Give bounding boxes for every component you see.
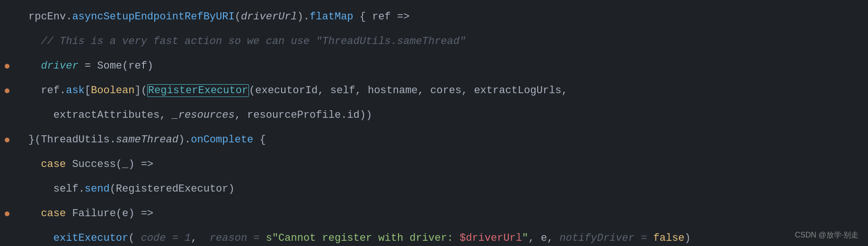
token: cores: [430, 85, 461, 97]
token: asyncSetupEndpointRefByURI: [72, 11, 234, 23]
code-line: rpcEnv.asyncSetupEndpointRefByURI(driver…: [0, 5, 868, 29]
token: s"Cannot register with driver:: [266, 232, 460, 244]
token: ref: [372, 11, 391, 23]
gutter: [0, 88, 14, 93]
code-text: rpcEnv.asyncSetupEndpointRefByURI(driver…: [14, 6, 409, 28]
token: id: [347, 109, 359, 121]
token: self: [53, 183, 79, 195]
code-line: ref.ask[Boolean](RegisterExecutor(execut…: [0, 79, 868, 103]
token: =: [247, 232, 266, 244]
token: ): [684, 232, 691, 244]
code-text: ref.ask[Boolean](RegisterExecutor(execut…: [14, 79, 567, 102]
token: (: [35, 134, 41, 146]
token: _resources: [172, 109, 235, 121]
token: driver: [41, 60, 78, 72]
token: RegisteredExecutor: [116, 183, 229, 195]
code-text: }(ThreadUtils.sameThread).onComplete {: [14, 129, 266, 151]
token: extractLogUrls: [474, 85, 561, 97]
token: [28, 60, 41, 72]
token: sameThread: [116, 134, 178, 146]
code-line: exitExecutor( code = 1, reason = s"Canno…: [0, 226, 868, 246]
token: ](: [134, 85, 147, 97]
token: [: [85, 85, 91, 97]
breakpoint-dot: [5, 211, 9, 216]
token: (: [128, 232, 141, 244]
token: [28, 208, 41, 220]
token: flatMap: [310, 11, 353, 23]
token: ask: [66, 85, 85, 97]
code-text: exitExecutor( code = 1, reason = s"Canno…: [14, 227, 691, 246]
token: reason: [210, 232, 247, 244]
token: ,: [418, 85, 430, 97]
code-text: extractAttributes, _resources, resourceP…: [14, 104, 372, 127]
token: executorId: [255, 85, 318, 97]
code-text: case Success(_) =>: [14, 153, 153, 176]
token: (: [110, 183, 116, 195]
token: (: [235, 11, 241, 23]
token: .: [341, 109, 347, 121]
token: self: [330, 85, 355, 97]
token: extractAttributes: [28, 109, 159, 121]
code-text: driver = Some(ref): [14, 55, 153, 78]
token: rpcEnv: [28, 11, 66, 23]
token: // This is a very fast action so we can …: [28, 35, 466, 47]
code-line: case Success(_) =>: [0, 152, 868, 177]
token: exitExecutor: [53, 232, 128, 244]
token: }: [28, 134, 35, 146]
token: Boolean: [91, 85, 134, 97]
code-text: self.send(RegisteredExecutor): [14, 178, 235, 201]
token: Some: [97, 60, 122, 72]
token: notifyDriver: [559, 232, 634, 244]
breakpoint-dot: [5, 64, 9, 69]
breakpoint-dot: [5, 138, 9, 142]
token: ).: [178, 134, 191, 146]
token: [66, 208, 72, 220]
token: =: [635, 232, 654, 244]
token: ,: [191, 232, 210, 244]
token: false: [653, 232, 684, 244]
token: (_) =>: [116, 158, 153, 170]
token: ref: [128, 60, 147, 72]
token: Success: [72, 158, 115, 170]
token: $driverUrl: [460, 232, 522, 244]
code-line: self.send(RegisteredExecutor): [0, 177, 868, 202]
gutter: [0, 138, 14, 142]
code-line: }(ThreadUtils.sameThread).onComplete {: [0, 128, 868, 152]
token: driverUrl: [241, 11, 297, 23]
token: case: [41, 158, 66, 170]
token: {: [253, 134, 266, 146]
token: .: [79, 183, 85, 195]
token: ,: [159, 109, 172, 121]
token: ).: [297, 11, 310, 23]
token: resourceProfile: [247, 109, 341, 121]
token: )): [360, 109, 372, 121]
token: 1: [185, 232, 191, 244]
token: ref: [41, 85, 60, 97]
token: (: [122, 60, 128, 72]
token: ,: [561, 85, 567, 97]
code-line: // This is a very fast action so we can …: [0, 29, 868, 54]
token: ,: [547, 232, 559, 244]
token: .: [110, 134, 116, 146]
token: =: [166, 232, 185, 244]
token: ): [228, 183, 234, 195]
token: .: [66, 11, 72, 23]
breakpoint-dot: [5, 88, 9, 93]
token: ,: [355, 85, 368, 97]
gutter: [0, 211, 14, 216]
token: case: [41, 208, 66, 220]
token: {: [354, 11, 372, 23]
code-editor: rpcEnv.asyncSetupEndpointRefByURI(driver…: [0, 0, 868, 246]
token: [28, 232, 53, 244]
token: onComplete: [191, 134, 253, 146]
token: [28, 183, 53, 195]
token: [28, 85, 41, 97]
token: [66, 158, 72, 170]
token: .: [60, 85, 66, 97]
code-text: case Failure(e) =>: [14, 202, 153, 225]
token: (: [249, 85, 255, 97]
token: e: [541, 232, 547, 244]
token: send: [85, 183, 110, 195]
token: code: [141, 232, 166, 244]
token: ,: [235, 109, 247, 121]
